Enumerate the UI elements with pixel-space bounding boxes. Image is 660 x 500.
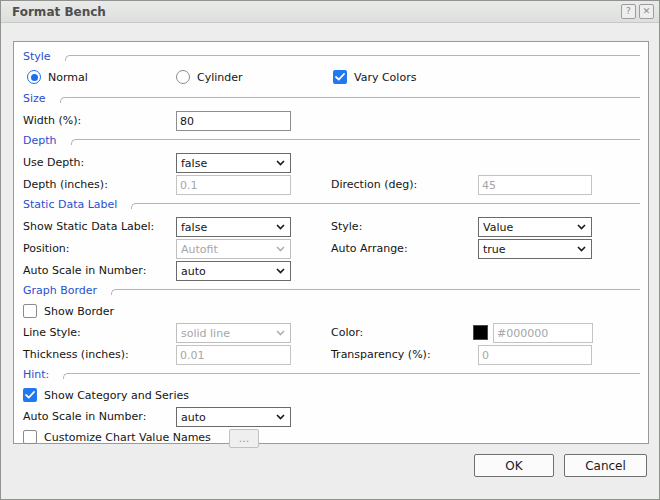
section-title: Depth bbox=[23, 134, 57, 150]
checkbox-checked-icon[interactable] bbox=[333, 70, 347, 84]
titlebar: Format Bench ? ✕ bbox=[1, 1, 659, 23]
section-title: Static Data Label bbox=[23, 198, 117, 214]
section-rule bbox=[63, 373, 640, 379]
chevron-down-icon bbox=[276, 160, 285, 166]
cylinder-radio-label: Cylinder bbox=[197, 71, 243, 84]
radio-unselected-icon[interactable] bbox=[176, 70, 190, 84]
dialog-title: Format Bench bbox=[12, 5, 106, 19]
ok-button[interactable]: OK bbox=[474, 454, 554, 477]
transparency-label: Transparency (%): bbox=[331, 348, 431, 361]
line-style-select: solid line bbox=[176, 323, 291, 343]
use-depth-row: Use Depth: false bbox=[14, 153, 648, 173]
use-depth-label: Use Depth: bbox=[23, 156, 84, 169]
color-swatch bbox=[473, 325, 488, 340]
label-style-select[interactable]: Value bbox=[478, 217, 592, 237]
thickness-input bbox=[176, 345, 291, 365]
section-header-size: Size bbox=[14, 92, 648, 108]
position-arrange-row: Position: Autofit Auto Arrange: true bbox=[14, 239, 648, 259]
customize-names-label: Customize Chart Value Names bbox=[44, 431, 211, 444]
line-style-color-row: Line Style: solid line Color: bbox=[14, 323, 648, 343]
show-static-value: false bbox=[181, 221, 207, 234]
check-icon bbox=[335, 73, 345, 81]
section-header-hint: Hint: bbox=[14, 368, 648, 384]
radio-selected-icon[interactable] bbox=[27, 70, 41, 84]
direction-input bbox=[478, 175, 592, 195]
auto-scale-select[interactable]: auto bbox=[176, 261, 291, 281]
auto-scale-row: Auto Scale in Number: auto bbox=[14, 261, 648, 281]
transparency-input bbox=[478, 345, 592, 365]
auto-arrange-select[interactable]: true bbox=[478, 239, 592, 259]
chevron-down-icon bbox=[276, 246, 285, 252]
line-style-value: solid line bbox=[181, 327, 230, 340]
show-category-row: Show Category and Series bbox=[14, 387, 648, 405]
section-header-depth: Depth bbox=[14, 134, 648, 150]
section-rule bbox=[131, 203, 640, 209]
vary-colors-checkbox[interactable]: Vary Colors bbox=[333, 70, 416, 84]
section-rule bbox=[71, 139, 640, 145]
section-header-style: Style bbox=[14, 50, 648, 66]
cylinder-radio[interactable]: Cylinder bbox=[176, 70, 243, 84]
customize-row: Customize Chart Value Names ... bbox=[14, 429, 648, 449]
auto-arrange-value: true bbox=[483, 243, 506, 256]
border-color-label: Color: bbox=[331, 326, 363, 339]
chevron-down-icon bbox=[577, 224, 586, 230]
hint-auto-scale-select[interactable]: auto bbox=[176, 407, 291, 427]
use-depth-select[interactable]: false bbox=[176, 153, 291, 173]
hint-auto-scale-row: Auto Scale in Number: auto bbox=[14, 407, 648, 427]
format-bench-dialog: Format Bench ? ✕ Style Normal Cylinder bbox=[0, 0, 660, 500]
position-label: Position: bbox=[23, 242, 70, 255]
form-panel: Style Normal Cylinder Vary Colors Size bbox=[13, 41, 649, 444]
check-icon bbox=[25, 391, 35, 399]
show-static-select[interactable]: false bbox=[176, 217, 291, 237]
show-category-checkbox[interactable]: Show Category and Series bbox=[23, 388, 189, 402]
hint-auto-scale-value: auto bbox=[181, 411, 206, 424]
chevron-down-icon bbox=[577, 246, 586, 252]
section-rule bbox=[111, 289, 640, 295]
chevron-down-icon bbox=[276, 330, 285, 336]
depth-inches-label: Depth (inches): bbox=[23, 178, 108, 191]
depth-inches-input bbox=[176, 175, 291, 195]
chevron-down-icon bbox=[276, 268, 285, 274]
chevron-down-icon bbox=[276, 224, 285, 230]
checkbox-unchecked-icon[interactable] bbox=[23, 430, 37, 444]
titlebar-buttons: ? ✕ bbox=[621, 4, 654, 19]
checkbox-checked-icon[interactable] bbox=[23, 388, 37, 402]
cancel-button[interactable]: Cancel bbox=[564, 454, 647, 477]
close-icon[interactable]: ✕ bbox=[639, 4, 654, 19]
depth-direction-row: Depth (inches): Direction (deg): bbox=[14, 175, 648, 195]
section-rule bbox=[60, 97, 640, 103]
section-title: Graph Border bbox=[23, 284, 97, 300]
style-row: Normal Cylinder Vary Colors bbox=[14, 69, 648, 89]
label-style-label: Style: bbox=[331, 220, 362, 233]
vary-colors-label: Vary Colors bbox=[354, 71, 416, 84]
section-title: Size bbox=[23, 92, 46, 108]
position-select: Autofit bbox=[176, 239, 291, 259]
auto-arrange-label: Auto Arrange: bbox=[331, 242, 408, 255]
use-depth-value: false bbox=[181, 157, 207, 170]
show-category-label: Show Category and Series bbox=[44, 389, 189, 402]
section-rule bbox=[65, 55, 640, 61]
color-input bbox=[493, 323, 593, 343]
auto-scale-label: Auto Scale in Number: bbox=[23, 264, 146, 277]
line-style-label: Line Style: bbox=[23, 326, 81, 339]
normal-radio-label: Normal bbox=[48, 71, 88, 84]
width-label: Width (%): bbox=[23, 114, 81, 127]
label-style-value: Value bbox=[483, 221, 513, 234]
show-border-checkbox[interactable]: Show Border bbox=[23, 304, 114, 318]
width-row: Width (%): bbox=[14, 111, 648, 131]
show-static-label-row: Show Static Data Label: false Style: Val… bbox=[14, 217, 648, 237]
checkbox-unchecked-icon[interactable] bbox=[23, 304, 37, 318]
section-title: Hint: bbox=[23, 368, 49, 384]
show-static-label: Show Static Data Label: bbox=[23, 220, 154, 233]
normal-radio[interactable]: Normal bbox=[27, 70, 88, 84]
thickness-transparency-row: Thickness (inches): Transparency (%): bbox=[14, 345, 648, 365]
customize-names-checkbox[interactable]: Customize Chart Value Names bbox=[23, 430, 211, 444]
auto-scale-value: auto bbox=[181, 265, 206, 278]
help-icon[interactable]: ? bbox=[621, 4, 636, 19]
width-input[interactable] bbox=[176, 111, 291, 131]
show-border-label: Show Border bbox=[44, 305, 114, 318]
position-value: Autofit bbox=[181, 243, 218, 256]
thickness-label: Thickness (inches): bbox=[23, 348, 129, 361]
hint-auto-scale-label: Auto Scale in Number: bbox=[23, 410, 146, 423]
show-border-row: Show Border bbox=[14, 303, 648, 321]
